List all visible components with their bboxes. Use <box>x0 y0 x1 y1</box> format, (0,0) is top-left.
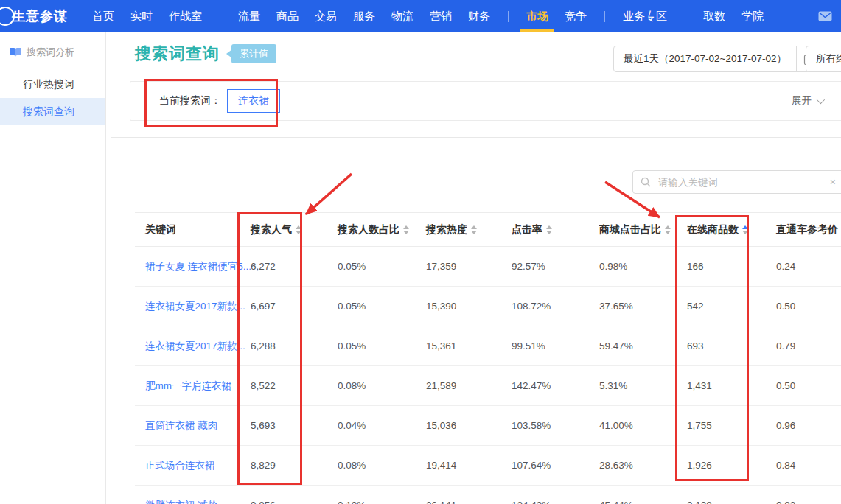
cell-value: 41.00% <box>599 420 687 431</box>
nav-item[interactable]: 取数 <box>703 10 725 24</box>
table-row: 直筒连衣裙 藏肉5,6930.04%15,036103.58%41.00%1,7… <box>135 406 841 446</box>
nav-item[interactable]: 首页 <box>92 10 114 24</box>
nav-item[interactable]: 物流 <box>391 10 413 24</box>
cell-value: 0.96 <box>776 420 841 431</box>
expand-link[interactable]: 展开 <box>792 82 823 120</box>
nav-item[interactable]: 商品 <box>276 10 299 24</box>
column-header[interactable]: 直通车参考价 <box>776 223 841 237</box>
cell-value: 166 <box>687 261 776 272</box>
keyword-link[interactable]: 微胖连衣裙 减龄 <box>135 499 251 504</box>
expand-label: 展开 <box>792 94 812 108</box>
sort-icon <box>296 225 301 234</box>
keyword-link[interactable]: 连衣裙女夏2017新款... <box>135 340 251 353</box>
cell-value: 0.79 <box>776 340 841 351</box>
clear-icon[interactable]: × <box>830 176 836 188</box>
app-logo[interactable]: 生意参谋 <box>12 7 68 25</box>
cell-value: 0.08% <box>338 460 426 471</box>
cell-value: 21,589 <box>426 380 512 391</box>
column-header[interactable]: 商城点击占比 <box>599 223 687 237</box>
cell-value: 6,272 <box>251 261 338 272</box>
column-header[interactable]: 在线商品数 <box>687 223 776 237</box>
table-row: 连衣裙女夏2017新款...6,6970.05%15,390108.72%37.… <box>135 287 841 326</box>
page-title: 搜索词查询 <box>135 43 220 65</box>
sidebar-section-header: 搜索词分析 <box>0 32 105 59</box>
cell-value: 0.05% <box>338 340 426 351</box>
column-header[interactable]: 搜索人气 <box>251 223 338 237</box>
nav-item[interactable]: 营销 <box>430 10 452 24</box>
top-navbar: 生意参谋 首页实时作战室流量商品交易服务物流营销财务市场竞争业务专区取数学院 <box>0 0 841 32</box>
cell-value: 0.08% <box>338 380 426 391</box>
nav-separator <box>604 11 605 22</box>
sort-icon <box>546 225 552 234</box>
filter-card: 当前搜索词： 连衣裙 展开 <box>130 81 841 121</box>
cell-value: 8,522 <box>251 380 338 391</box>
terminal-select[interactable]: 所有终端 <box>806 46 841 72</box>
cell-value: 1,755 <box>687 420 776 431</box>
sort-icon <box>665 225 671 234</box>
main-content: 搜索词查询 累计值 最近1天（2017-07-02~2017-07-02） 15… <box>105 32 841 504</box>
nav-item[interactable]: 实时 <box>130 10 153 24</box>
cell-value: 124.43% <box>512 500 599 504</box>
nav-item[interactable]: 交易 <box>315 10 337 24</box>
cell-value: 15,036 <box>426 420 512 431</box>
table-row: 微胖连衣裙 减龄9,8560.10%26,141124.43%45.44%2,1… <box>135 486 841 504</box>
nav-item[interactable]: 学院 <box>741 10 764 24</box>
cell-value: 1,431 <box>687 380 776 391</box>
cell-value: 0.05% <box>338 261 426 272</box>
keyword-link[interactable]: 正式场合连衣裙 <box>135 459 251 472</box>
column-header[interactable]: 点击率 <box>512 223 599 237</box>
nav-item[interactable]: 流量 <box>238 10 260 24</box>
cell-value: 37.65% <box>599 301 687 312</box>
keyword-link[interactable]: 肥mm一字肩连衣裙 <box>135 379 251 393</box>
cell-value: 92.57% <box>512 261 599 272</box>
cell-value: 0.24 <box>776 261 841 272</box>
cell-value: 17,359 <box>426 261 512 272</box>
keyword-link[interactable]: 裙子女夏 连衣裙便宜5... <box>135 260 251 273</box>
keyword-link[interactable]: 连衣裙女夏2017新款... <box>135 300 251 313</box>
table-row: 正式场合连衣裙8,8290.08%19,414107.64%28.63%1,92… <box>135 446 841 486</box>
current-keyword-chip[interactable]: 连衣裙 <box>227 89 280 113</box>
nav-item[interactable]: 业务专区 <box>623 10 667 24</box>
nav-item[interactable]: 财务 <box>468 10 490 24</box>
nav-separator <box>508 11 509 22</box>
mail-icon[interactable] <box>818 11 832 21</box>
date-range-text: 最近1天（2017-07-02~2017-07-02） <box>614 46 796 71</box>
column-header[interactable]: 搜索人数占比 <box>338 223 426 237</box>
nav-separator <box>220 11 220 22</box>
cell-value: 542 <box>687 301 776 312</box>
report-book-icon <box>10 47 21 57</box>
sidebar: 搜索词分析 行业热搜词 搜索词查询 <box>0 32 106 504</box>
column-label: 点击率 <box>512 223 542 237</box>
keyword-search-box: × <box>632 170 841 194</box>
cell-value: 15,390 <box>426 301 512 312</box>
date-range-picker[interactable]: 最近1天（2017-07-02~2017-07-02） 15 <box>613 46 823 72</box>
cell-value: 5.31% <box>599 380 687 391</box>
cell-value: 0.04% <box>338 420 426 431</box>
column-header[interactable]: 搜索热度 <box>426 223 512 237</box>
cell-value: 0.98% <box>599 261 687 272</box>
cell-value: 0.84 <box>776 460 841 471</box>
cell-value: 5,693 <box>251 420 338 431</box>
sort-icon <box>742 225 748 234</box>
nav-separator <box>685 11 685 22</box>
cell-value: 15,361 <box>426 340 512 351</box>
nav-item[interactable]: 市场 <box>526 10 548 24</box>
sidebar-item-industry-hot-words[interactable]: 行业热搜词 <box>0 71 105 98</box>
table-row: 肥mm一字肩连衣裙8,5220.08%21,589142.47%5.31%1,4… <box>135 366 841 406</box>
cell-value: 28.63% <box>599 460 687 471</box>
sidebar-item-search-word-query[interactable]: 搜索词查询 <box>0 98 105 125</box>
search-icon <box>641 177 651 187</box>
cell-value: 0.83 <box>776 500 841 504</box>
chevron-down-icon <box>817 96 825 104</box>
nav-item[interactable]: 竞争 <box>565 10 587 24</box>
cell-value: 99.51% <box>512 340 599 351</box>
search-input[interactable] <box>657 176 830 189</box>
section-divider <box>111 137 841 138</box>
nav-item[interactable]: 服务 <box>353 10 375 24</box>
app-logo-text: 生意参谋 <box>12 9 68 24</box>
app-window: { "nav": { "logo": "生意参谋", "groups": [ [… <box>0 0 841 504</box>
keyword-link[interactable]: 直筒连衣裙 藏肉 <box>135 419 251 433</box>
cell-value: 103.58% <box>512 420 599 431</box>
nav-item[interactable]: 作战室 <box>169 10 202 24</box>
cell-value: 693 <box>687 340 776 351</box>
